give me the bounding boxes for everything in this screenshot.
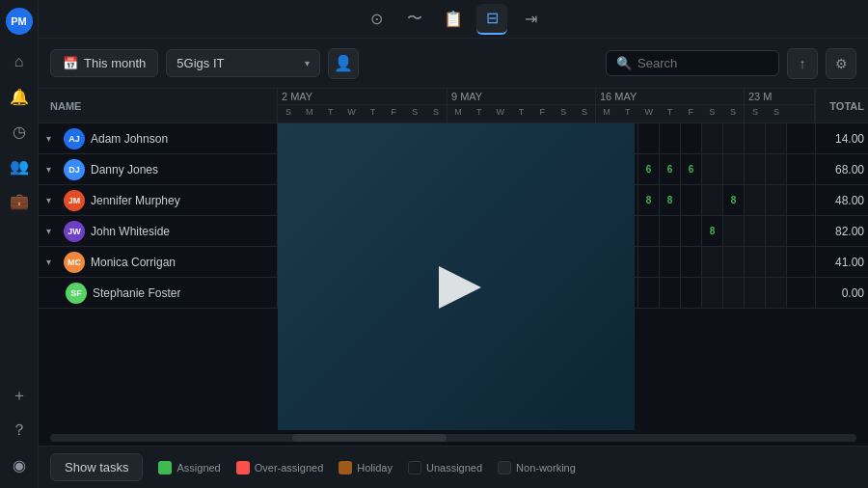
week-23may: 23 M S S: [745, 89, 815, 122]
avatar-john: JW: [64, 221, 85, 242]
scrollbar-thumb[interactable]: [292, 434, 447, 442]
legend-holiday: Holiday: [339, 461, 393, 474]
project-dropdown[interactable]: 5Gigs IT ▾: [166, 49, 320, 77]
person-name-jennifer: Jennifer Murphey: [91, 194, 180, 207]
assigned-color-swatch: [158, 461, 172, 474]
total-monica: 41.00: [815, 247, 868, 277]
holiday-color-swatch: [339, 461, 352, 474]
show-tasks-label: Show tasks: [65, 460, 128, 474]
week-9may-label: 9 MAY: [448, 89, 595, 105]
person-name-adam: Adam Johnson: [91, 132, 168, 146]
avatar-danny: DJ: [64, 159, 85, 180]
name-column-header: NAME: [39, 89, 278, 122]
name-cell-stephanie: SF Stephanie Foster: [39, 278, 278, 308]
unassigned-label: Unassigned: [426, 462, 482, 474]
person-name-danny: Danny Jones: [91, 163, 158, 176]
total-jennifer: 48.00: [815, 185, 868, 215]
avatar-jennifer: JM: [64, 190, 85, 211]
clock-icon[interactable]: ◷: [4, 116, 35, 147]
app-logo: PM: [6, 8, 33, 35]
over-assigned-label: Over-assigned: [255, 462, 324, 474]
expand-icon-monica[interactable]: ▾: [46, 257, 58, 267]
name-cell-jennifer: ▾ JM Jennifer Murphey: [39, 185, 278, 215]
search-box: 🔍: [606, 50, 779, 76]
home-icon[interactable]: ⌂: [4, 46, 35, 77]
week-23may-label: 23 M: [745, 89, 814, 105]
calendar-nav-icon[interactable]: ⊟: [476, 4, 507, 35]
flow-nav-icon[interactable]: ⇥: [515, 4, 546, 35]
name-cell-danny: ▾ DJ Danny Jones: [39, 154, 278, 184]
total-john: 82.00: [815, 216, 868, 246]
over-assigned-color-swatch: [236, 461, 250, 474]
person-name-john: John Whiteside: [91, 225, 170, 238]
legend-over-assigned: Over-assigned: [236, 461, 324, 474]
grid-body: ▾ AJ Adam Johnson 2 2 2: [39, 123, 868, 430]
total-adam: 14.00: [815, 123, 868, 153]
dropdown-value: 5Gigs IT: [176, 56, 224, 70]
total-stephanie: 0.00: [815, 278, 868, 308]
briefcase-icon[interactable]: 💼: [4, 185, 35, 216]
legend-assigned: Assigned: [158, 461, 220, 474]
name-cell-john: ▾ JW John Whiteside: [39, 216, 278, 246]
calendar-icon: 📅: [63, 56, 78, 70]
week-16may-label: 16 MAY: [596, 89, 744, 105]
expand-icon-john[interactable]: ▾: [46, 226, 58, 236]
expand-icon-adam[interactable]: ▾: [46, 133, 58, 144]
play-triangle-icon: [439, 266, 481, 309]
week-2may-days: S M T W T F S S: [278, 105, 447, 119]
play-button[interactable]: [427, 258, 485, 316]
content-area: NAME 2 MAY S M T W T F S S: [39, 89, 868, 446]
question-icon[interactable]: ？: [4, 415, 35, 446]
export-button[interactable]: ↑: [787, 48, 818, 79]
unassigned-color-swatch: [408, 461, 421, 474]
week-16may: 16 MAY M T W T F S S: [596, 89, 745, 122]
avatar-adam: AJ: [64, 128, 85, 149]
name-cell-adam: ▾ AJ Adam Johnson: [39, 123, 278, 153]
toolbar: 📅 This month 5Gigs IT ▾ 👤 🔍 ↑ ⚙: [39, 39, 868, 89]
person-name-monica: Monica Corrigan: [91, 256, 176, 269]
non-working-label: Non-working: [516, 462, 576, 474]
people-icon[interactable]: 👥: [4, 150, 35, 181]
clipboard-nav-icon[interactable]: 📋: [438, 4, 469, 35]
non-working-color-swatch: [498, 461, 511, 474]
avatar-monica: MC: [64, 252, 85, 273]
search-input[interactable]: [637, 56, 763, 70]
user-filter-button[interactable]: 👤: [328, 48, 359, 79]
total-column-header: TOTAL: [815, 89, 868, 122]
this-month-button[interactable]: 📅 This month: [50, 49, 158, 77]
week-2may: 2 MAY S M T W T F S S: [278, 89, 448, 122]
bell-icon[interactable]: 🔔: [4, 81, 35, 112]
chart-nav-icon[interactable]: 〜: [399, 4, 430, 35]
assigned-label: Assigned: [176, 462, 220, 474]
avatar-stephanie: SF: [66, 283, 87, 304]
name-cell-monica: ▾ MC Monica Corrigan: [39, 247, 278, 277]
plus-icon[interactable]: ＋: [4, 380, 35, 411]
video-overlay[interactable]: [278, 123, 635, 430]
user-circle-icon[interactable]: ◉: [4, 449, 35, 480]
grid-header: NAME 2 MAY S M T W T F S S: [39, 89, 868, 123]
search-icon: 🔍: [616, 56, 632, 70]
scan-nav-icon[interactable]: ⊙: [361, 4, 392, 35]
week-2may-label: 2 MAY: [278, 89, 447, 105]
main-content: ⊙ 〜 📋 ⊟ ⇥ 📅 This month 5Gigs IT ▾ 👤 🔍 ↑ …: [39, 0, 868, 488]
show-tasks-button[interactable]: Show tasks: [50, 453, 143, 481]
expand-icon-danny[interactable]: ▾: [46, 164, 58, 175]
expand-icon-jennifer[interactable]: ▾: [46, 195, 58, 205]
footer: Show tasks Assigned Over-assigned Holida…: [39, 446, 868, 488]
this-month-label: This month: [84, 56, 146, 70]
settings-button[interactable]: ⚙: [826, 48, 856, 79]
dates-header: 2 MAY S M T W T F S S 9 MAY: [278, 89, 815, 122]
total-danny: 68.00: [815, 154, 868, 184]
horizontal-scrollbar[interactable]: [50, 434, 856, 442]
legend-unassigned: Unassigned: [408, 461, 482, 474]
person-name-stephanie: Stephanie Foster: [93, 286, 180, 300]
chevron-down-icon: ▾: [305, 58, 310, 68]
week-9may: 9 MAY M T W T F S S: [448, 89, 596, 122]
legend-non-working: Non-working: [498, 461, 576, 474]
sidebar: PM ⌂ 🔔 ◷ 👥 💼 ＋ ？ ◉: [0, 0, 39, 488]
top-navigation: ⊙ 〜 📋 ⊟ ⇥: [39, 0, 868, 39]
holiday-label: Holiday: [357, 462, 393, 474]
